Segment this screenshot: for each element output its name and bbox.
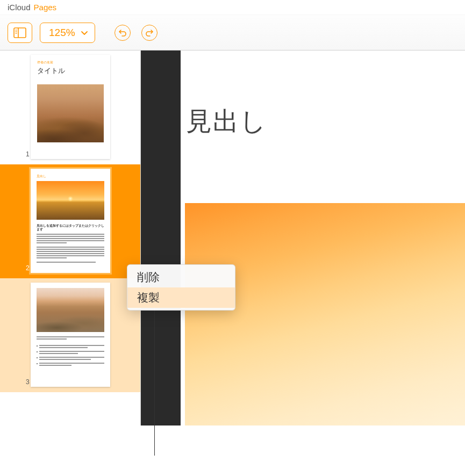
undo-icon (118, 28, 127, 37)
author-label: 作者の名前 (37, 60, 104, 65)
page-hero-image[interactable] (185, 203, 465, 425)
footer-blank (0, 425, 465, 476)
callout-line (154, 305, 155, 456)
redo-button[interactable] (141, 25, 158, 41)
page-thumbnail-3[interactable]: 3 (0, 278, 140, 392)
view-toggle-button[interactable] (8, 23, 32, 43)
page-number: 3 (26, 378, 30, 386)
subheading-label: 見出しを追加するにはタップまたはクリックします (37, 224, 104, 232)
page-thumbnails-sidebar[interactable]: 作者の名前 タイトル 1 見出し 見出しを追加するにはタップまたはクリックします (0, 51, 141, 425)
zoom-dropdown[interactable]: 125% (40, 23, 95, 43)
menu-item-duplicate[interactable]: 複製 (127, 287, 235, 308)
thumbnail-content (31, 283, 110, 387)
zoom-value: 125% (49, 27, 75, 39)
toolbar: 125% (0, 15, 465, 51)
context-menu: 削除 複製 (127, 264, 235, 311)
undo-button[interactable] (115, 25, 131, 41)
page-thumbnail-1[interactable]: 作者の名前 タイトル 1 (0, 51, 140, 164)
document-page[interactable]: 見出し (181, 51, 465, 425)
body-text-preview (37, 336, 104, 367)
thumbnail-image (37, 84, 104, 142)
icloud-label: iCloud (8, 3, 31, 12)
title-label: タイトル (37, 66, 104, 76)
thumbnail-image (37, 181, 104, 220)
chevron-down-icon (81, 30, 88, 35)
app-name-label: Pages (34, 3, 57, 12)
thumbnail-image (37, 288, 104, 332)
thumbnail-content: 作者の名前 タイトル (31, 55, 110, 159)
page-heading-text[interactable]: 見出し (186, 104, 267, 139)
thumbnail-content: 見出し 見出しを追加するにはタップまたはクリックします (31, 169, 110, 273)
redo-icon (145, 28, 154, 37)
menu-item-delete[interactable]: 削除 (127, 267, 235, 287)
page-number: 1 (26, 150, 30, 158)
sidebar-icon (13, 27, 26, 38)
document-canvas[interactable]: 見出し (141, 51, 465, 425)
titlebar: iCloud Pages (0, 0, 465, 15)
svg-rect-0 (14, 28, 26, 38)
page-thumbnail-2[interactable]: 見出し 見出しを追加するにはタップまたはクリックします 2 (0, 164, 140, 278)
page-number: 2 (26, 264, 30, 272)
main-area: 作者の名前 タイトル 1 見出し 見出しを追加するにはタップまたはクリックします (0, 51, 465, 425)
heading-label: 見出し (37, 174, 104, 179)
body-text-preview (37, 234, 104, 263)
